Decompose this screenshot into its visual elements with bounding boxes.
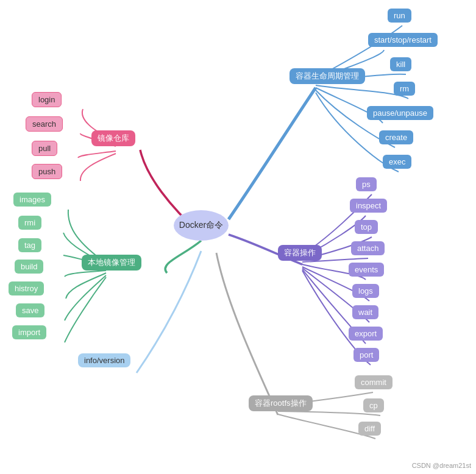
push-node: push (32, 164, 62, 179)
kill-node: kill (390, 57, 411, 71)
images-node: images (13, 193, 51, 207)
info-version-node: info/version (78, 353, 130, 367)
create-node: create (379, 130, 413, 144)
wait-node: wait (352, 305, 378, 319)
build-node: build (15, 260, 43, 274)
exec-node: exec (383, 155, 411, 169)
logs-node: logs (352, 284, 379, 298)
top-node: top (355, 220, 378, 234)
ps-node: ps (356, 177, 377, 191)
search-node: search (26, 116, 63, 132)
pause-unpause-node: pause/unpause (367, 106, 433, 120)
local-image-parent-node: 本地镜像管理 (82, 255, 141, 271)
attach-node: attach (351, 241, 385, 255)
port-node: port (353, 348, 379, 362)
run-node: run (388, 9, 411, 23)
watermark: CSDN @dream21st (412, 462, 471, 469)
diff-node: diff (358, 422, 381, 436)
commit-node: commit (355, 375, 393, 389)
start-stop-restart-node: start/stop/restart (368, 33, 438, 47)
login-node: login (32, 92, 62, 107)
export-node: export (349, 327, 383, 341)
inspect-node: inspect (350, 199, 387, 213)
cp-node: cp (363, 398, 384, 412)
tag-node: tag (18, 238, 41, 252)
rmi-node: rmi (18, 216, 41, 230)
rm-node: rm (394, 82, 415, 96)
events-node: events (349, 263, 384, 277)
rootfs-parent-node: 容器rootfs操作 (249, 395, 313, 411)
histroy-node: histroy (9, 281, 44, 295)
container-ops-parent-node: 容器操作 (278, 245, 322, 261)
save-node: save (16, 303, 44, 317)
center-node: Docker命令 (174, 210, 229, 241)
import-node: import (12, 325, 46, 339)
lifecycle-parent-node: 容器生命周期管理 (290, 68, 365, 84)
pull-node: pull (32, 141, 57, 156)
registry-parent-node: 镜像仓库 (91, 130, 135, 146)
